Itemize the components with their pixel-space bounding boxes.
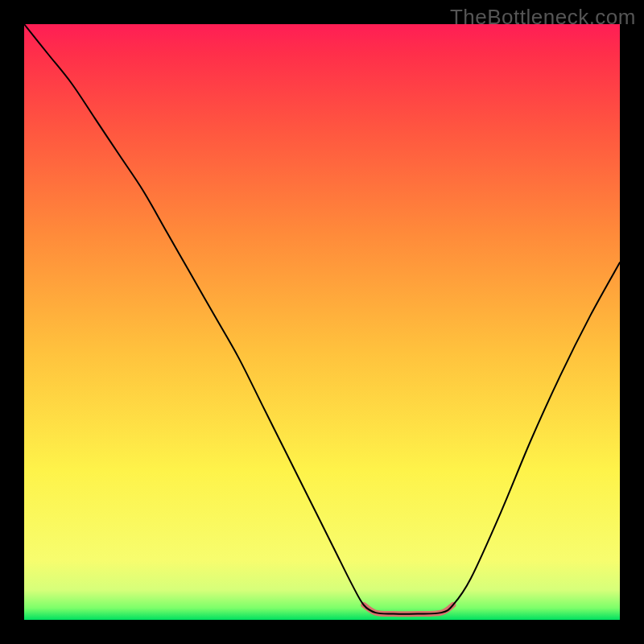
chart-frame: TheBottleneck.com — [0, 0, 644, 644]
plot-area — [24, 24, 620, 620]
gradient-background — [24, 24, 620, 620]
watermark-text: TheBottleneck.com — [450, 5, 636, 30]
chart-svg — [24, 24, 620, 620]
